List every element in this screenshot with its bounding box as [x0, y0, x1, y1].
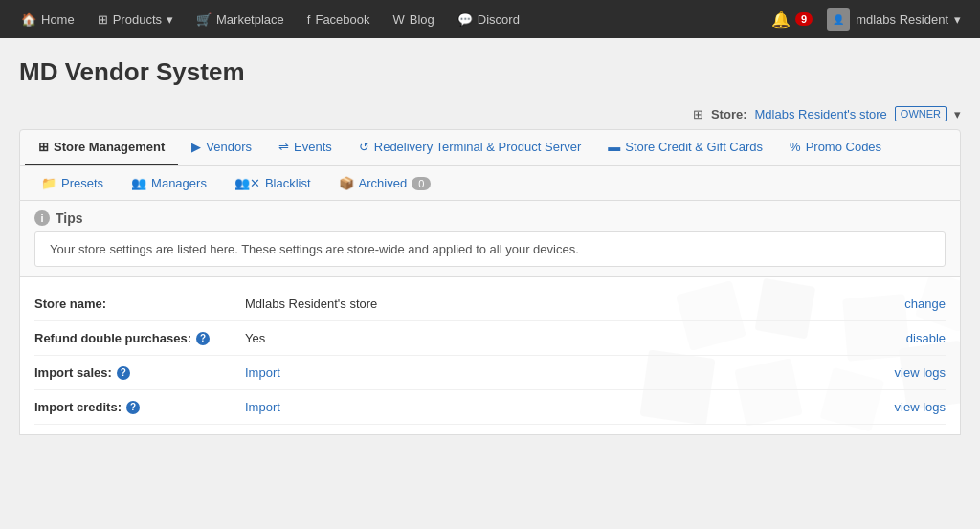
tab-events-label: Events: [294, 140, 332, 154]
tab-managers-label: Managers: [151, 176, 207, 190]
products-dropdown-icon: ▾: [167, 12, 173, 27]
nav-products[interactable]: ⊞ Products ▾: [86, 0, 185, 38]
tab-vendors[interactable]: ▶ Vendors: [178, 130, 265, 165]
settings-row-store-name: Store name: Mdlabs Resident's store chan…: [34, 287, 946, 321]
import-credits-value[interactable]: Import: [245, 400, 802, 414]
nav-marketplace[interactable]: 🛒 Marketplace: [185, 0, 296, 38]
tab-managers[interactable]: 👥 Managers: [120, 171, 218, 195]
tab-redelivery[interactable]: ↺ Redelivery Terminal & Product Server: [345, 130, 595, 165]
import-sales-help-icon[interactable]: ?: [117, 366, 130, 380]
import-sales-value[interactable]: Import: [245, 365, 802, 380]
user-initials: 👤: [833, 14, 844, 25]
import-sales-label-text: Import sales:: [34, 365, 112, 380]
managers-icon: 👥: [131, 176, 146, 190]
blacklist-icon: 👥✕: [234, 176, 260, 190]
store-name-value: Mdlabs Resident's store: [245, 297, 802, 311]
nav-marketplace-label: Marketplace: [216, 12, 284, 27]
import-sales-label: Import sales: ?: [34, 365, 245, 380]
settings-table: Store name: Mdlabs Resident's store chan…: [20, 277, 960, 434]
facebook-icon: f: [307, 12, 311, 27]
top-nav: 🏠 Home ⊞ Products ▾ 🛒 Marketplace f Face…: [0, 0, 980, 38]
disable-link[interactable]: disable: [906, 331, 946, 345]
settings-row-import-credits: Import credits: ? Import view logs: [34, 390, 946, 425]
store-name-label-text: Store name:: [34, 297, 106, 311]
user-avatar: 👤: [827, 8, 850, 31]
import-credits-help-icon[interactable]: ?: [126, 401, 140, 414]
import-credits-label: Import credits: ?: [34, 400, 245, 414]
tab-redelivery-label: Redelivery Terminal & Product Server: [374, 140, 582, 154]
nav-blog[interactable]: W Blog: [382, 0, 446, 38]
tab-blacklist-label: Blacklist: [265, 176, 311, 190]
store-name-action[interactable]: change: [802, 297, 946, 311]
tab-presets[interactable]: 📁 Presets: [30, 171, 115, 195]
nav-products-label: Products: [113, 12, 162, 27]
vendors-icon: ▶: [191, 140, 201, 154]
tab-store-credit[interactable]: ▬ Store Credit & Gift Cards: [594, 130, 776, 165]
import-credits-label-text: Import credits:: [34, 400, 122, 414]
tips-title: Tips: [56, 210, 83, 226]
owner-badge: OWNER: [895, 106, 947, 121]
user-menu[interactable]: 👤 mdlabs Resident ▾: [817, 8, 970, 31]
redelivery-icon: ↺: [359, 140, 369, 154]
page-title: MD Vendor System: [19, 57, 961, 87]
change-link[interactable]: change: [904, 297, 946, 311]
refund-value: Yes: [245, 331, 802, 345]
promo-icon: %: [790, 140, 801, 154]
import-credits-link[interactable]: Import: [245, 400, 280, 414]
main-area: MD Vendor System ⊞ Store: Mdlabs Residen…: [0, 38, 980, 435]
refund-label: Refund double purchases: ?: [34, 331, 245, 345]
archived-count-badge: 0: [412, 177, 431, 190]
store-building-icon: ⊞: [693, 107, 703, 121]
archived-icon: 📦: [339, 176, 354, 190]
nav-discord-label: Discord: [478, 12, 520, 27]
import-sales-view-logs-link[interactable]: view logs: [895, 365, 946, 380]
import-credits-action[interactable]: view logs: [802, 400, 946, 414]
nav-home-label: Home: [41, 12, 75, 27]
tips-text: Your store settings are listed here. The…: [50, 242, 579, 256]
store-label: Store:: [711, 107, 747, 121]
tab-store-management-label: Store Management: [54, 140, 165, 154]
tab-presets-label: Presets: [61, 176, 103, 190]
user-menu-dropdown-icon: ▾: [954, 12, 961, 27]
tab-events[interactable]: ⇌ Events: [265, 130, 345, 165]
store-bar: ⊞ Store: Mdlabs Resident's store OWNER ▾: [19, 106, 961, 121]
tab-store-management[interactable]: ⊞ Store Management: [25, 130, 178, 165]
tabs-row-2: 📁 Presets 👥 Managers 👥✕ Blacklist 📦 Arch…: [20, 166, 960, 200]
import-sales-link[interactable]: Import: [245, 365, 280, 380]
tab-promo-codes[interactable]: % Promo Codes: [776, 130, 895, 165]
user-name-label: mdlabs Resident: [856, 12, 948, 27]
content-area: i Tips Your store settings are listed he…: [19, 201, 961, 435]
tips-box: i Tips Your store settings are listed he…: [20, 201, 960, 277]
blog-icon: W: [393, 12, 405, 27]
credit-icon: ▬: [608, 140, 620, 154]
tips-content: Your store settings are listed here. The…: [34, 231, 946, 267]
notifications-badge[interactable]: 9: [795, 12, 813, 26]
info-icon: i: [34, 210, 50, 226]
nav-right: 🔔 9 👤 mdlabs Resident ▾: [771, 8, 970, 31]
store-dropdown-icon[interactable]: ▾: [954, 107, 961, 121]
refund-help-icon[interactable]: ?: [196, 332, 210, 345]
import-sales-action[interactable]: view logs: [802, 365, 946, 380]
store-name-label: Store name:: [34, 297, 245, 311]
products-icon: ⊞: [98, 12, 108, 27]
nav-discord[interactable]: 💬 Discord: [446, 0, 531, 38]
nav-blog-label: Blog: [410, 12, 434, 27]
refund-action[interactable]: disable: [802, 331, 946, 345]
tab-vendors-label: Vendors: [206, 140, 252, 154]
settings-row-refund: Refund double purchases: ? Yes disable: [34, 321, 946, 356]
tabs-container: ⊞ Store Management ▶ Vendors ⇌ Events ↺ …: [19, 129, 961, 201]
tab-archived[interactable]: 📦 Archived 0: [327, 171, 443, 195]
events-icon: ⇌: [278, 140, 289, 154]
tab-blacklist[interactable]: 👥✕ Blacklist: [223, 171, 323, 195]
tabs-row-1: ⊞ Store Management ▶ Vendors ⇌ Events ↺ …: [20, 130, 960, 166]
store-name[interactable]: Mdlabs Resident's store: [755, 107, 887, 121]
refund-value-text: Yes: [245, 331, 265, 345]
nav-home[interactable]: 🏠 Home: [10, 0, 86, 38]
refund-label-text: Refund double purchases:: [34, 331, 191, 345]
nav-facebook[interactable]: f Facebook: [296, 0, 382, 38]
import-credits-view-logs-link[interactable]: view logs: [895, 400, 946, 414]
home-icon: 🏠: [21, 12, 36, 27]
discord-icon: 💬: [457, 12, 473, 27]
presets-icon: 📁: [41, 176, 56, 190]
bell-icon[interactable]: 🔔: [771, 11, 791, 29]
